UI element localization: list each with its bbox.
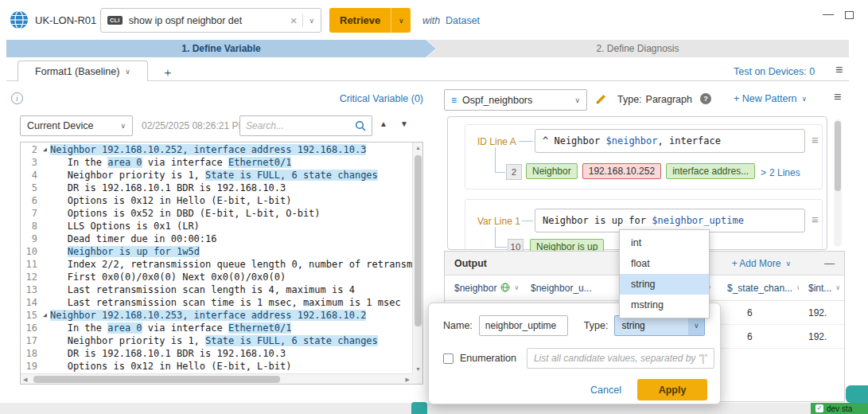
code-line[interactable]: 8 LLS Options is 0x1 (LR) — [21, 220, 412, 232]
minimize-icon[interactable]: — — [823, 7, 834, 20]
add-more-link[interactable]: + Add More ∨ — [732, 258, 791, 269]
code-line[interactable]: 16 In the area 0 via interface Ethernet0… — [21, 322, 412, 334]
output-column-header[interactable]: $_state_chan...∨ — [718, 275, 799, 300]
id-line-input[interactable]: ^ Neighbor $neighbor, interface — [535, 129, 805, 153]
help-icon[interactable]: ? — [700, 93, 711, 104]
device-name[interactable]: UK-LON-R01 — [35, 14, 96, 26]
vertical-scroll-thumb[interactable] — [415, 155, 422, 326]
fold-icon[interactable]: ◢ — [40, 143, 50, 156]
scroll-down-icon[interactable]: ▼ — [415, 366, 421, 372]
background-text: dev sta — [827, 404, 852, 413]
horizontal-scroll-thumb[interactable] — [33, 376, 280, 383]
scroll-up-icon[interactable]: ▲ — [415, 145, 421, 150]
step-define-variable[interactable]: 1. Define Variable — [6, 40, 436, 57]
capture-timestamp: 02/25/2025 08:26:21 PM — [142, 120, 246, 131]
device-source-select[interactable]: Current Device ∨ — [20, 115, 133, 136]
chevron-down-icon[interactable]: ∨ — [802, 95, 808, 103]
tab-dropdown-icon[interactable]: ∨ — [125, 68, 130, 76]
code-text: Last retransmission scan time is 1 msec,… — [50, 296, 401, 309]
var-line-menu-icon[interactable]: ≡ — [812, 213, 819, 226]
pattern-scroll-thumb[interactable] — [835, 121, 841, 191]
vertical-scrollbar[interactable]: ▲ ▼ — [412, 143, 422, 373]
dataset-link[interactable]: Dataset — [446, 15, 480, 26]
retrieve-label[interactable]: Retrieve — [329, 8, 391, 33]
code-line[interactable]: 17 Neighbor priority is 1, State is FULL… — [21, 334, 412, 347]
collapse-output-icon[interactable]: — — [824, 257, 835, 269]
match-token[interactable]: interface addres... — [666, 163, 755, 179]
line-number: 7 — [21, 207, 40, 220]
type-menu-item[interactable]: string — [620, 274, 709, 295]
type-menu-item[interactable]: mstring — [620, 295, 709, 315]
match-token[interactable]: Neighbor — [526, 163, 578, 179]
type-menu-item[interactable]: float — [620, 253, 709, 274]
search-input[interactable] — [246, 120, 355, 131]
critical-variable-link[interactable]: Critical Variable (0) — [320, 93, 423, 104]
output-column-header[interactable]: $int...∨ — [799, 275, 844, 300]
pattern-scrollbar[interactable] — [834, 119, 842, 247]
code-line[interactable]: 11 Index 2/2, retransmission queue lengt… — [21, 258, 412, 271]
maximize-icon[interactable] — [845, 11, 854, 19]
command-input[interactable]: CLI show ip ospf neighbor det × ∨ — [100, 8, 321, 33]
code-line[interactable]: 15◢Neighbor 192.168.10.253, interface ad… — [21, 309, 412, 322]
chevron-down-icon[interactable]: ∨ — [120, 122, 126, 130]
search-icon[interactable] — [355, 120, 366, 131]
search-box[interactable] — [239, 115, 372, 136]
code-line[interactable]: 4 Neighbor priority is 1, State is FULL,… — [21, 169, 412, 182]
code-line[interactable]: 19 Options is 0x12 in Hello (E-bit, L-bi… — [21, 360, 412, 373]
fold-icon[interactable]: ◢ — [40, 309, 50, 322]
clear-command-icon[interactable]: × — [290, 14, 298, 27]
match-tokens: Neighbor192.168.10.252interface addres..… — [526, 163, 755, 179]
retrieve-dropdown-icon[interactable]: ∨ — [391, 8, 411, 33]
info-icon[interactable]: i — [11, 92, 23, 104]
name-label: Name: — [443, 320, 473, 331]
chevron-down-icon[interactable]: ∨ — [688, 316, 704, 335]
output-column-header[interactable]: $neighbor∨ — [445, 275, 521, 300]
code-line[interactable]: 3 In the area 0 via interface Ethernet0/… — [21, 156, 412, 169]
chevron-down-icon[interactable]: ∨ — [785, 260, 791, 268]
find-previous-button[interactable]: ▲ — [380, 119, 387, 128]
menu-icon[interactable]: ≡ — [835, 63, 843, 77]
edit-icon[interactable] — [595, 93, 607, 105]
output-column-header[interactable]: $neighbor_u...∨ — [521, 275, 594, 300]
code-line[interactable]: 18 DR is 192.168.10.1 BDR is 192.168.10.… — [21, 347, 412, 360]
code-line[interactable]: 10 Neighbor is up for 1w5d — [21, 245, 412, 258]
command-text[interactable]: show ip ospf neighbor det — [129, 15, 285, 26]
code-line[interactable]: 14 Last retransmission scan time is 1 ms… — [21, 296, 412, 309]
find-next-button[interactable]: ▼ — [400, 119, 408, 128]
retrieve-button[interactable]: Retrieve ∨ — [329, 8, 411, 33]
id-line-menu-icon[interactable]: ≡ — [812, 133, 819, 146]
line-number: 6 — [21, 194, 40, 207]
column-dropdown-icon[interactable]: ∨ — [514, 284, 521, 291]
code-line[interactable]: 7 Options is 0x52 in DBD (E-bit, L-bit, … — [21, 207, 412, 220]
enumeration-input[interactable] — [527, 348, 714, 369]
app-window: UK-LON-R01 CLI show ip ospf neighbor det… — [0, 0, 868, 403]
horizontal-scrollbar[interactable]: ◀ ▶ — [21, 373, 412, 384]
enumeration-checkbox[interactable] — [443, 353, 453, 364]
fold-spacer — [40, 258, 50, 271]
column-dropdown-icon[interactable]: ∨ — [835, 284, 844, 291]
add-tab-button[interactable]: + — [156, 64, 180, 80]
code-line[interactable]: 13 Last retransmission scan length is 4,… — [21, 283, 412, 296]
expand-lines-link[interactable]: > 2 Lines — [761, 167, 800, 178]
code-line[interactable]: 2◢Neighbor 192.168.10.252, interface add… — [21, 143, 412, 156]
code-line[interactable]: 6 Options is 0x12 in Hello (E-bit, L-bit… — [21, 194, 412, 207]
cancel-button[interactable]: Cancel — [590, 385, 621, 396]
test-on-devices-link[interactable]: Test on Devices: 0 — [734, 66, 815, 77]
menu-icon[interactable]: ≡ — [834, 90, 841, 104]
scroll-right-icon[interactable]: ▶ — [406, 377, 410, 383]
scroll-left-icon[interactable]: ◀ — [23, 377, 27, 383]
match-token[interactable]: 192.168.10.252 — [582, 163, 661, 179]
code-area[interactable]: 2◢Neighbor 192.168.10.252, interface add… — [21, 143, 412, 373]
new-pattern-link[interactable]: + New Pattern ∨ — [734, 93, 807, 104]
code-line[interactable]: 5 DR is 192.168.10.1 BDR is 192.168.10.3 — [21, 182, 412, 194]
command-dropdown-icon[interactable]: ∨ — [309, 17, 314, 25]
apply-button[interactable]: Apply — [637, 379, 707, 400]
chevron-down-icon[interactable]: ∨ — [574, 96, 580, 104]
type-menu-item[interactable]: int — [620, 232, 709, 253]
name-field[interactable] — [479, 315, 568, 336]
pattern-select[interactable]: ≡ Ospf_neighbors ∨ — [444, 89, 587, 111]
code-line[interactable]: 12 First 0x0(0)/0x0(0) Next 0x0(0)/0x0(0… — [21, 271, 412, 283]
code-line[interactable]: 9 Dead timer due in 00:00:16 — [21, 232, 412, 245]
tab-format1-baseline[interactable]: Format1 (Baseline) ∨ — [18, 61, 148, 81]
step-define-diagnosis[interactable]: 2. Define Diagnosis — [426, 40, 849, 57]
